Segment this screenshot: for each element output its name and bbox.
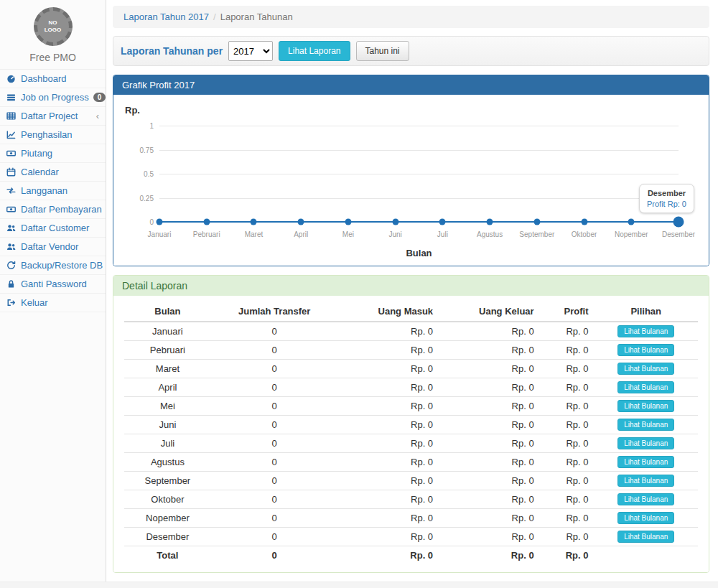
- table-cell: Rp. 0: [338, 490, 439, 509]
- action-cell: Lihat Bulanan: [594, 472, 698, 490]
- tahun-ini-button[interactable]: Tahun ini: [356, 41, 409, 61]
- table-cell: 0: [211, 472, 338, 490]
- profit-chart-panel: Grafik Profit 2017 Rp. Desember Profit R…: [113, 75, 709, 266]
- table-row: April0Rp. 0Rp. 0Rp. 0Lihat Bulanan: [124, 378, 698, 397]
- table-cell: Rp. 0: [338, 546, 439, 564]
- action-cell: Lihat Bulanan: [594, 528, 698, 546]
- lihat-bulanan-button-januari[interactable]: Lihat Bulanan: [617, 325, 674, 337]
- sidebar-item-piutang[interactable]: Piutang: [0, 144, 106, 163]
- lihat-bulanan-button-pebruari[interactable]: Lihat Bulanan: [617, 344, 674, 356]
- table-cell: Rp. 0: [540, 434, 595, 453]
- chart-y-tick-label: 0.25: [125, 194, 154, 202]
- sidebar-item-daftar-vendor[interactable]: Daftar Vendor: [0, 238, 106, 256]
- table-cell: Rp. 0: [439, 528, 540, 546]
- table-row: Desember0Rp. 0Rp. 0Rp. 0Lihat Bulanan: [124, 528, 698, 546]
- no-logo-text: NOLOGO: [45, 19, 62, 34]
- table-row: Mei0Rp. 0Rp. 0Rp. 0Lihat Bulanan: [124, 397, 698, 416]
- lock-icon: [6, 279, 17, 289]
- table-cell: Rp. 0: [439, 378, 540, 397]
- chart-x-tick-label: September: [519, 230, 554, 238]
- sidebar-item-label: Piutang: [21, 148, 99, 159]
- breadcrumb-current: Laporan Tahunan: [220, 11, 293, 22]
- tasks-icon: [6, 93, 17, 102]
- data-point-juni[interactable]: [392, 219, 398, 225]
- sidebar-item-ganti-password[interactable]: Ganti Password: [0, 275, 106, 294]
- chart-gridline: [159, 198, 679, 199]
- data-point-desember[interactable]: [673, 217, 684, 228]
- lihat-bulanan-button-maret[interactable]: Lihat Bulanan: [617, 363, 674, 375]
- column-header: Uang Keluar: [439, 302, 540, 322]
- sidebar-item-label: Ganti Password: [21, 279, 99, 289]
- table-cell: 0: [211, 322, 338, 341]
- lihat-bulanan-button-oktober[interactable]: Lihat Bulanan: [617, 493, 674, 505]
- action-cell: Lihat Bulanan: [594, 378, 698, 397]
- sidebar-item-calendar[interactable]: Calendar: [0, 163, 106, 182]
- table-cell: Rp. 0: [338, 509, 439, 528]
- data-point-juli[interactable]: [439, 219, 446, 225]
- breadcrumb-link-laporan-tahun[interactable]: Laporan Tahun 2017: [123, 11, 209, 22]
- sidebar-item-langganan[interactable]: Langganan: [0, 182, 106, 200]
- report-table: BulanJumlah TransferUang MasukUang Kelua…: [124, 302, 698, 564]
- sidebar-item-daftar-project[interactable]: Daftar Project‹: [0, 107, 106, 126]
- action-cell: Lihat Bulanan: [594, 322, 698, 341]
- lihat-bulanan-button-juni[interactable]: Lihat Bulanan: [617, 419, 674, 431]
- data-point-pebruari[interactable]: [203, 219, 210, 225]
- data-point-januari[interactable]: [157, 219, 163, 225]
- lihat-bulanan-button-nopember[interactable]: Lihat Bulanan: [617, 512, 674, 524]
- sidebar-item-label: Dashboard: [21, 73, 99, 84]
- data-point-oktober[interactable]: [581, 219, 587, 225]
- lihat-bulanan-button-september[interactable]: Lihat Bulanan: [617, 475, 674, 487]
- chart-line-icon: [6, 130, 17, 139]
- table-cell: Total: [124, 546, 211, 564]
- data-point-maret[interactable]: [251, 219, 257, 225]
- table-row: September0Rp. 0Rp. 0Rp. 0Lihat Bulanan: [124, 472, 698, 490]
- table-row: Juli0Rp. 0Rp. 0Rp. 0Lihat Bulanan: [124, 434, 698, 453]
- table-cell: 0: [211, 490, 338, 509]
- chart-x-tick-label: Oktober: [572, 230, 597, 238]
- chart-x-tick-label: Desember: [662, 230, 695, 238]
- sidebar-item-dashboard[interactable]: Dashboard: [0, 70, 106, 88]
- sidebar-item-label: Daftar Pembayaran: [21, 204, 102, 215]
- money-icon: [6, 149, 17, 158]
- table-cell: Rp. 0: [439, 472, 540, 490]
- action-cell: Lihat Bulanan: [594, 434, 698, 453]
- data-point-agustus[interactable]: [487, 219, 493, 225]
- table-cell: Rp. 0: [338, 341, 439, 360]
- sidebar-item-daftar-customer[interactable]: Daftar Customer: [0, 219, 106, 238]
- data-point-nopember[interactable]: [628, 219, 635, 225]
- data-point-april[interactable]: [298, 219, 304, 225]
- table-cell: Rp. 0: [439, 490, 540, 509]
- sidebar-item-penghasilan[interactable]: Penghasilan: [0, 126, 106, 144]
- lihat-bulanan-button-mei[interactable]: Lihat Bulanan: [617, 400, 674, 412]
- chart-y-tick-label: 0.5: [125, 170, 154, 178]
- sign-out-icon: [6, 298, 17, 307]
- sidebar-item-backup-restore-db[interactable]: Backup/Restore DB: [0, 256, 106, 275]
- table-cell: 0: [211, 528, 338, 546]
- sidebar-item-label: Keluar: [21, 297, 99, 308]
- lihat-bulanan-button-desember[interactable]: Lihat Bulanan: [617, 531, 674, 543]
- year-select[interactable]: 2017: [228, 41, 273, 61]
- sidebar-item-keluar[interactable]: Keluar: [0, 294, 106, 312]
- table-cell: Rp. 0: [439, 360, 540, 378]
- data-point-mei[interactable]: [345, 219, 351, 225]
- lihat-bulanan-button-juli[interactable]: Lihat Bulanan: [617, 437, 674, 449]
- table-cell: 0: [211, 416, 338, 434]
- lihat-bulanan-button-april[interactable]: Lihat Bulanan: [617, 381, 674, 393]
- users-icon: [6, 242, 17, 251]
- table-row: Pebruari0Rp. 0Rp. 0Rp. 0Lihat Bulanan: [124, 341, 698, 360]
- chart-x-tick-label: Pebruari: [193, 230, 220, 238]
- sidebar-item-job-on-progress[interactable]: Job on Progress0: [0, 88, 106, 107]
- sidebar-item-label: Job on Progress: [21, 92, 89, 103]
- lihat-laporan-button[interactable]: Lihat Laporan: [279, 41, 350, 61]
- money-icon: [6, 205, 17, 214]
- lihat-bulanan-button-agustus[interactable]: Lihat Bulanan: [617, 456, 674, 468]
- sidebar-item-label: Penghasilan: [21, 129, 99, 140]
- sidebar-item-daftar-pembayaran[interactable]: Daftar Pembayaran: [0, 200, 106, 219]
- chart-y-tick-label: 1: [125, 122, 154, 130]
- table-row: Maret0Rp. 0Rp. 0Rp. 0Lihat Bulanan: [124, 360, 698, 378]
- data-point-september[interactable]: [533, 219, 540, 225]
- table-row: Nopember0Rp. 0Rp. 0Rp. 0Lihat Bulanan: [124, 509, 698, 528]
- table-cell: Rp. 0: [540, 528, 595, 546]
- table-cell: 0: [211, 453, 338, 472]
- table-cell: Rp. 0: [540, 360, 595, 378]
